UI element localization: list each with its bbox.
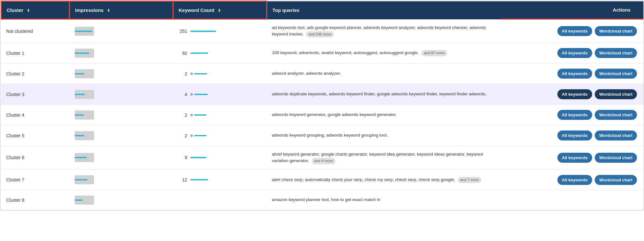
cluster-name: Cluster 5 <box>6 133 24 138</box>
impressions-bar <box>75 114 84 116</box>
cluster-name: Cluster 6 <box>6 155 24 160</box>
impressions-bar <box>75 179 88 180</box>
cluster-name-cell: Cluster 4 <box>1 105 70 125</box>
actions-header-label: Actions <box>613 7 630 13</box>
actions-cell: All keywordsWordcloud chart <box>501 19 643 43</box>
keyword-count-number: 92 <box>178 51 187 56</box>
actions-cell: All keywordsWordcloud chart <box>501 169 643 190</box>
impressions-bar-bg <box>75 196 94 205</box>
keyword-count-number: 9 <box>178 155 187 160</box>
wordcloud-chart-button[interactable]: Wordcloud chart <box>595 130 637 140</box>
actions-cell: All keywordsWordcloud chart <box>501 125 643 146</box>
more-badge[interactable]: and 7 more <box>458 177 481 183</box>
cluster-name-cell: Cluster 8 <box>1 190 70 210</box>
all-keywords-button[interactable]: All keywords <box>557 175 592 185</box>
wordcloud-chart-button[interactable]: Wordcloud chart <box>595 26 637 36</box>
wordcloud-chart-button[interactable]: Wordcloud chart <box>595 48 637 58</box>
keyword-count-cell: 4 <box>173 84 267 105</box>
main-table-container: Cluster ⇕ Impressions ⇕ Keyword Count ⇕ … <box>0 0 644 211</box>
more-badge[interactable]: and 87 more <box>421 50 447 56</box>
keyword-count-number: 2 <box>178 112 187 118</box>
top-queries-cell: ad keywords tool, ads google keyword pla… <box>267 19 501 43</box>
keyword-count-number: 2 <box>178 71 187 76</box>
keyword-bar-wrapper <box>190 114 206 116</box>
keyword-bar-wrapper <box>190 31 216 32</box>
cluster-header-label: Cluster <box>7 7 24 13</box>
keyword-bar <box>190 31 216 32</box>
wordcloud-chart-button[interactable]: Wordcloud chart <box>595 110 637 120</box>
wordcloud-chart-button[interactable]: Wordcloud chart <box>595 153 637 163</box>
impressions-cell <box>70 19 173 43</box>
impressions-bar-bg <box>75 69 94 78</box>
all-keywords-button[interactable]: All keywords <box>557 110 592 120</box>
top-queries-cell: adwords duplicate keywords, adwords keyw… <box>267 84 501 105</box>
impressions-cell <box>70 190 173 210</box>
impressions-bar <box>75 94 85 95</box>
keyword-bar-wrapper <box>190 179 208 180</box>
all-keywords-button[interactable]: All keywords <box>557 26 592 36</box>
top-queries-cell: ahref keyword generator, google charts g… <box>267 146 501 170</box>
keyword-bar-wrapper <box>190 53 208 54</box>
impressions-bar-bg <box>75 131 94 140</box>
table-row: Cluster 52adwords keyword grouping, adwo… <box>1 125 644 146</box>
top-queries-header-label: Top queries <box>272 7 299 13</box>
keyword-bar <box>194 73 207 74</box>
cluster-name: Cluster 4 <box>6 112 24 118</box>
keyword-bar <box>190 157 206 158</box>
impressions-cell <box>70 43 173 63</box>
impressions-cell <box>70 105 173 125</box>
keyword-dot <box>190 114 193 116</box>
top-queries-cell: adwords keyword generator, google adword… <box>267 105 501 125</box>
impressions-cell <box>70 84 173 105</box>
actions-cell: All keywordsWordcloud chart <box>501 105 643 125</box>
all-keywords-button[interactable]: All keywords <box>557 89 592 99</box>
cluster-name-cell: Cluster 2 <box>1 63 70 84</box>
keyword-count-number: 251 <box>178 29 187 34</box>
impressions-header[interactable]: Impressions ⇕ <box>70 1 173 19</box>
cluster-name: Cluster 1 <box>6 51 24 56</box>
top-queries-cell: amazon keyword planner tool, how to get … <box>267 190 501 210</box>
wordcloud-chart-button[interactable]: Wordcloud chart <box>595 89 637 99</box>
keyword-count-header-label: Keyword Count <box>179 7 214 13</box>
keyword-count-number: 4 <box>178 92 187 97</box>
keyword-count-header[interactable]: Keyword Count ⇕ <box>173 1 267 19</box>
more-badge[interactable]: and 246 more <box>306 31 334 37</box>
wordcloud-chart-button[interactable]: Wordcloud chart <box>595 69 637 79</box>
cluster-name-cell: Cluster 6 <box>1 146 70 170</box>
cluster-name-cell: Not clustered <box>1 19 70 43</box>
cluster-name: Cluster 2 <box>6 71 24 76</box>
table-row: Cluster 69ahref keyword generator, googl… <box>1 146 644 170</box>
table-row: Cluster 34adwords duplicate keywords, ad… <box>1 84 644 105</box>
top-queries-cell: alert check serp, automatically check yo… <box>267 169 501 190</box>
keyword-bar-wrapper <box>190 72 207 75</box>
wordcloud-chart-button[interactable]: Wordcloud chart <box>595 175 637 185</box>
impressions-bar-bg <box>75 153 94 162</box>
actions-cell: All keywordsWordcloud chart <box>501 63 643 84</box>
cluster-name: Cluster 8 <box>6 198 24 203</box>
cluster-header[interactable]: Cluster ⇕ <box>1 1 70 19</box>
keyword-dot <box>190 93 193 96</box>
cluster-name-cell: Cluster 5 <box>1 125 70 146</box>
keyword-count-cell: 2 <box>173 63 267 84</box>
all-keywords-button[interactable]: All keywords <box>557 130 592 140</box>
keyword-count-cell: 9 <box>173 146 267 170</box>
cluster-name: Cluster 7 <box>6 177 24 182</box>
keyword-bar-wrapper <box>190 134 206 137</box>
keyword-dot <box>190 72 193 75</box>
keyword-bar-wrapper <box>190 93 208 96</box>
table-row: Not clustered251ad keywords tool, ads go… <box>1 19 644 43</box>
keyword-count-number: 2 <box>178 133 187 138</box>
keyword-bar <box>194 114 206 116</box>
all-keywords-button[interactable]: All keywords <box>557 69 592 79</box>
keyword-bar <box>194 135 206 136</box>
actions-cell: All keywordsWordcloud chart <box>501 43 643 63</box>
impressions-bar-bg <box>75 49 94 58</box>
top-queries-cell: adword analyzer, adwords analyzer, <box>267 63 501 84</box>
keyword-count-cell: 2 <box>173 105 267 125</box>
more-badge[interactable]: and 4 more <box>312 158 336 164</box>
all-keywords-button[interactable]: All keywords <box>557 48 592 58</box>
top-queries-header: Top queries <box>267 1 501 19</box>
all-keywords-button[interactable]: All keywords <box>557 153 592 163</box>
table-row: Cluster 712alert check serp, automatical… <box>1 169 644 190</box>
table-row: Cluster 42adwords keyword generator, goo… <box>1 105 644 125</box>
